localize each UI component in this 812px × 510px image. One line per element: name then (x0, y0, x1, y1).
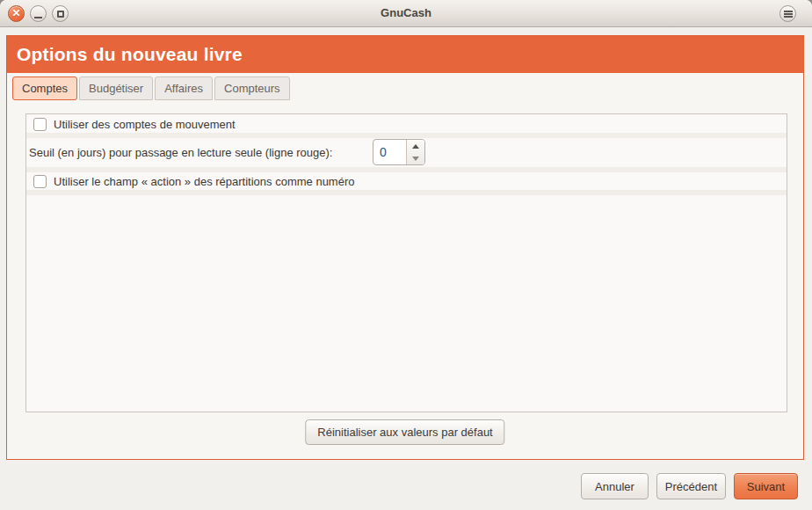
reset-defaults-button[interactable]: Réinitialiser aux valeurs par défaut (305, 419, 504, 445)
page-title: Options du nouveau livre (7, 36, 803, 73)
hamburger-icon (784, 11, 793, 12)
option-row-readonly-threshold: Seuil (en jours) pour passage en lecture… (26, 138, 787, 167)
options-content-box: Utiliser des comptes de mouvement Seuil … (25, 113, 787, 412)
split-action-checkbox[interactable] (33, 175, 47, 188)
spin-down-button[interactable] (407, 152, 424, 164)
option-row-trading-accounts: Utiliser des comptes de mouvement (26, 115, 787, 133)
spin-up-button[interactable] (407, 140, 424, 152)
previous-button[interactable]: Précédent (656, 473, 726, 499)
option-row-split-action: Utiliser le champ « action » des réparti… (26, 172, 787, 190)
options-tabbar: Comptes Budgétiser Affaires Compteurs (12, 76, 290, 100)
tab-affaires[interactable]: Affaires (155, 76, 213, 100)
readonly-threshold-spinner[interactable]: 0 (373, 139, 425, 165)
split-action-label: Utiliser le champ « action » des réparti… (54, 175, 354, 188)
tab-comptes[interactable]: Comptes (12, 76, 77, 100)
row-separator (26, 190, 787, 195)
tab-compteurs[interactable]: Compteurs (214, 76, 290, 100)
titlebar[interactable]: ✕ GnuCash (0, 0, 812, 27)
trading-accounts-label: Utiliser des comptes de mouvement (54, 118, 236, 131)
window-title: GnuCash (0, 0, 812, 27)
tab-budgetiser[interactable]: Budgétiser (79, 76, 153, 100)
window-menu-button[interactable] (779, 5, 796, 22)
trading-accounts-checkbox[interactable] (33, 118, 47, 131)
next-button[interactable]: Suivant (734, 473, 798, 499)
action-bar: Annuler Précédent Suivant (581, 473, 798, 499)
gnucash-window: ✕ GnuCash Options du nouveau livre Compt… (0, 0, 812, 510)
arrow-down-icon (412, 157, 419, 161)
new-book-options-panel: Options du nouveau livre Comptes Budgéti… (6, 35, 804, 460)
cancel-button[interactable]: Annuler (581, 473, 649, 499)
spin-value[interactable]: 0 (373, 140, 406, 164)
readonly-threshold-label: Seuil (en jours) pour passage en lecture… (29, 146, 332, 159)
arrow-up-icon (412, 144, 419, 149)
